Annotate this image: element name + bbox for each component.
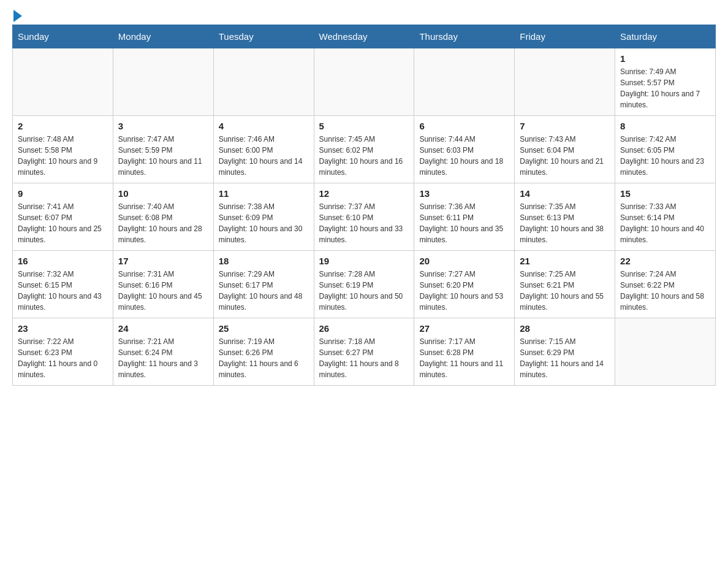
weekday-header-row: SundayMondayTuesdayWednesdayThursdayFrid… bbox=[13, 25, 716, 48]
daylight-text: Daylight: 10 hours and 48 minutes. bbox=[219, 291, 309, 313]
calendar-body: 1Sunrise: 7:49 AMSunset: 5:57 PMDaylight… bbox=[13, 48, 716, 386]
sunrise-text: Sunrise: 7:21 AM bbox=[118, 336, 208, 347]
sunrise-text: Sunrise: 7:40 AM bbox=[118, 201, 208, 212]
calendar-day-cell: 20Sunrise: 7:27 AMSunset: 6:20 PMDayligh… bbox=[414, 251, 515, 318]
calendar-day-cell bbox=[13, 48, 113, 116]
sunrise-text: Sunrise: 7:46 AM bbox=[219, 134, 309, 145]
weekday-header-wednesday: Wednesday bbox=[314, 25, 414, 48]
day-number: 5 bbox=[319, 121, 409, 131]
day-info: Sunrise: 7:29 AMSunset: 6:17 PMDaylight:… bbox=[219, 269, 309, 313]
day-number: 27 bbox=[419, 323, 509, 334]
sunset-text: Sunset: 6:17 PM bbox=[219, 280, 309, 291]
sunrise-text: Sunrise: 7:36 AM bbox=[419, 201, 509, 212]
sunset-text: Sunset: 6:16 PM bbox=[118, 280, 208, 291]
daylight-text: Daylight: 10 hours and 23 minutes. bbox=[620, 156, 710, 178]
sunset-text: Sunset: 6:15 PM bbox=[18, 280, 108, 291]
sunrise-text: Sunrise: 7:17 AM bbox=[419, 336, 509, 347]
day-number: 2 bbox=[18, 121, 108, 131]
day-number: 14 bbox=[520, 188, 610, 199]
sunset-text: Sunset: 6:04 PM bbox=[520, 145, 610, 156]
sunset-text: Sunset: 6:19 PM bbox=[319, 280, 409, 291]
day-number: 11 bbox=[219, 188, 309, 199]
calendar-week-1: 1Sunrise: 7:49 AMSunset: 5:57 PMDaylight… bbox=[13, 48, 716, 116]
day-info: Sunrise: 7:18 AMSunset: 6:27 PMDaylight:… bbox=[319, 336, 409, 380]
sunset-text: Sunset: 6:27 PM bbox=[319, 347, 409, 358]
day-info: Sunrise: 7:32 AMSunset: 6:15 PMDaylight:… bbox=[18, 269, 108, 313]
sunset-text: Sunset: 6:26 PM bbox=[219, 347, 309, 358]
sunrise-text: Sunrise: 7:44 AM bbox=[419, 134, 509, 145]
daylight-text: Daylight: 10 hours and 55 minutes. bbox=[520, 291, 610, 313]
calendar-day-cell: 21Sunrise: 7:25 AMSunset: 6:21 PMDayligh… bbox=[515, 251, 615, 318]
page-header bbox=[12, 12, 716, 18]
sunset-text: Sunset: 6:13 PM bbox=[520, 212, 610, 223]
sunrise-text: Sunrise: 7:22 AM bbox=[18, 336, 108, 347]
calendar-day-cell: 19Sunrise: 7:28 AMSunset: 6:19 PMDayligh… bbox=[314, 251, 414, 318]
day-info: Sunrise: 7:35 AMSunset: 6:13 PMDaylight:… bbox=[520, 201, 610, 245]
day-info: Sunrise: 7:45 AMSunset: 6:02 PMDaylight:… bbox=[319, 134, 409, 178]
daylight-text: Daylight: 10 hours and 58 minutes. bbox=[620, 291, 710, 313]
daylight-text: Daylight: 10 hours and 30 minutes. bbox=[219, 223, 309, 245]
day-info: Sunrise: 7:24 AMSunset: 6:22 PMDaylight:… bbox=[620, 269, 710, 313]
day-info: Sunrise: 7:42 AMSunset: 6:05 PMDaylight:… bbox=[620, 134, 710, 178]
day-info: Sunrise: 7:27 AMSunset: 6:20 PMDaylight:… bbox=[419, 269, 509, 313]
sunrise-text: Sunrise: 7:25 AM bbox=[520, 269, 610, 280]
daylight-text: Daylight: 10 hours and 50 minutes. bbox=[319, 291, 409, 313]
day-info: Sunrise: 7:31 AMSunset: 6:16 PMDaylight:… bbox=[118, 269, 208, 313]
calendar-day-cell: 18Sunrise: 7:29 AMSunset: 6:17 PMDayligh… bbox=[213, 251, 314, 318]
day-number: 8 bbox=[620, 121, 710, 131]
daylight-text: Daylight: 10 hours and 18 minutes. bbox=[419, 156, 509, 178]
day-info: Sunrise: 7:21 AMSunset: 6:24 PMDaylight:… bbox=[118, 336, 208, 380]
calendar-day-cell: 27Sunrise: 7:17 AMSunset: 6:28 PMDayligh… bbox=[414, 318, 515, 386]
day-number: 7 bbox=[520, 121, 610, 131]
daylight-text: Daylight: 11 hours and 14 minutes. bbox=[520, 358, 610, 380]
calendar-day-cell: 10Sunrise: 7:40 AMSunset: 6:08 PMDayligh… bbox=[113, 183, 213, 251]
day-info: Sunrise: 7:48 AMSunset: 5:58 PMDaylight:… bbox=[18, 134, 108, 178]
day-number: 1 bbox=[620, 53, 710, 64]
daylight-text: Daylight: 11 hours and 3 minutes. bbox=[118, 358, 208, 380]
sunset-text: Sunset: 5:59 PM bbox=[118, 145, 208, 156]
day-info: Sunrise: 7:28 AMSunset: 6:19 PMDaylight:… bbox=[319, 269, 409, 313]
weekday-header-tuesday: Tuesday bbox=[213, 25, 314, 48]
sunset-text: Sunset: 6:07 PM bbox=[18, 212, 108, 223]
day-info: Sunrise: 7:17 AMSunset: 6:28 PMDaylight:… bbox=[419, 336, 509, 380]
logo-top bbox=[12, 12, 22, 22]
calendar-table: SundayMondayTuesdayWednesdayThursdayFrid… bbox=[12, 25, 716, 386]
day-number: 18 bbox=[219, 256, 309, 266]
day-info: Sunrise: 7:37 AMSunset: 6:10 PMDaylight:… bbox=[319, 201, 409, 245]
day-info: Sunrise: 7:44 AMSunset: 6:03 PMDaylight:… bbox=[419, 134, 509, 178]
day-number: 6 bbox=[419, 121, 509, 131]
sunset-text: Sunset: 5:57 PM bbox=[620, 77, 710, 88]
sunrise-text: Sunrise: 7:37 AM bbox=[319, 201, 409, 212]
calendar-day-cell: 24Sunrise: 7:21 AMSunset: 6:24 PMDayligh… bbox=[113, 318, 213, 386]
sunrise-text: Sunrise: 7:32 AM bbox=[18, 269, 108, 280]
day-info: Sunrise: 7:25 AMSunset: 6:21 PMDaylight:… bbox=[520, 269, 610, 313]
sunset-text: Sunset: 6:22 PM bbox=[620, 280, 710, 291]
sunset-text: Sunset: 6:29 PM bbox=[520, 347, 610, 358]
sunset-text: Sunset: 6:08 PM bbox=[118, 212, 208, 223]
sunset-text: Sunset: 6:02 PM bbox=[319, 145, 409, 156]
daylight-text: Daylight: 10 hours and 14 minutes. bbox=[219, 156, 309, 178]
day-number: 16 bbox=[18, 256, 108, 266]
daylight-text: Daylight: 10 hours and 11 minutes. bbox=[118, 156, 208, 178]
day-info: Sunrise: 7:46 AMSunset: 6:00 PMDaylight:… bbox=[219, 134, 309, 178]
daylight-text: Daylight: 11 hours and 8 minutes. bbox=[319, 358, 409, 380]
day-number: 3 bbox=[118, 121, 208, 131]
calendar-day-cell: 28Sunrise: 7:15 AMSunset: 6:29 PMDayligh… bbox=[515, 318, 615, 386]
sunset-text: Sunset: 6:14 PM bbox=[620, 212, 710, 223]
daylight-text: Daylight: 10 hours and 53 minutes. bbox=[419, 291, 509, 313]
sunset-text: Sunset: 6:09 PM bbox=[219, 212, 309, 223]
daylight-text: Daylight: 10 hours and 45 minutes. bbox=[118, 291, 208, 313]
calendar-day-cell: 3Sunrise: 7:47 AMSunset: 5:59 PMDaylight… bbox=[113, 116, 213, 183]
day-info: Sunrise: 7:15 AMSunset: 6:29 PMDaylight:… bbox=[520, 336, 610, 380]
day-info: Sunrise: 7:40 AMSunset: 6:08 PMDaylight:… bbox=[118, 201, 208, 245]
day-info: Sunrise: 7:22 AMSunset: 6:23 PMDaylight:… bbox=[18, 336, 108, 380]
daylight-text: Daylight: 10 hours and 7 minutes. bbox=[620, 88, 710, 110]
day-info: Sunrise: 7:43 AMSunset: 6:04 PMDaylight:… bbox=[520, 134, 610, 178]
day-number: 4 bbox=[219, 121, 309, 131]
daylight-text: Daylight: 11 hours and 6 minutes. bbox=[219, 358, 309, 380]
sunset-text: Sunset: 6:24 PM bbox=[118, 347, 208, 358]
day-number: 13 bbox=[419, 188, 509, 199]
calendar-day-cell: 5Sunrise: 7:45 AMSunset: 6:02 PMDaylight… bbox=[314, 116, 414, 183]
calendar-day-cell bbox=[414, 48, 515, 116]
day-number: 17 bbox=[118, 256, 208, 266]
